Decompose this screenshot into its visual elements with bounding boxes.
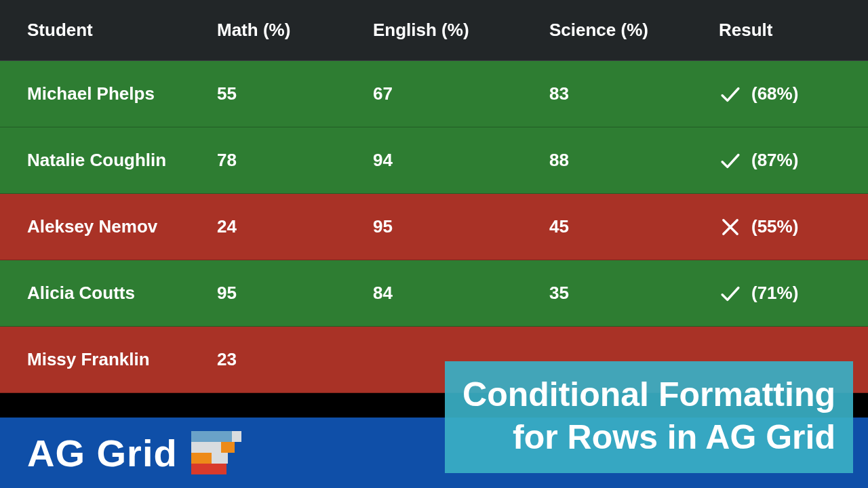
col-header-english[interactable]: English (%) — [366, 20, 542, 41]
brand-logo-icon — [191, 431, 241, 474]
check-icon — [719, 83, 742, 106]
title-line-2: for Rows in AG Grid — [462, 416, 835, 459]
cell-english: 94 — [366, 150, 542, 171]
cell-math: 24 — [210, 216, 366, 237]
brand-name: AG Grid — [27, 431, 178, 475]
result-percent: (87%) — [751, 150, 798, 171]
cell-math: 78 — [210, 150, 366, 171]
cell-student: Missy Franklin — [0, 349, 210, 370]
col-header-science[interactable]: Science (%) — [542, 20, 712, 41]
cell-result: (87%) — [712, 149, 868, 172]
cell-science: 83 — [542, 83, 712, 104]
table-row[interactable]: Aleksey Nemov 24 95 45 (55%) — [0, 194, 868, 260]
cross-icon — [719, 216, 742, 239]
cell-science: 45 — [542, 216, 712, 237]
title-line-1: Conditional Formatting — [462, 373, 835, 416]
title-card: Conditional Formatting for Rows in AG Gr… — [445, 361, 853, 473]
cell-student: Natalie Coughlin — [0, 150, 210, 171]
cell-english: 84 — [366, 283, 542, 304]
cell-result: (68%) — [712, 83, 868, 106]
table-row[interactable]: Alicia Coutts 95 84 35 (71%) — [0, 260, 868, 327]
cell-science: 35 — [542, 283, 712, 304]
col-header-math[interactable]: Math (%) — [210, 20, 366, 41]
check-icon — [719, 149, 742, 172]
col-header-student[interactable]: Student — [0, 20, 210, 41]
cell-result: (71%) — [712, 282, 868, 305]
result-percent: (68%) — [751, 83, 798, 104]
table-header-row: Student Math (%) English (%) Science (%)… — [0, 0, 868, 61]
result-percent: (55%) — [751, 216, 798, 237]
table-row[interactable]: Natalie Coughlin 78 94 88 (87%) — [0, 127, 868, 194]
cell-student: Michael Phelps — [0, 83, 210, 104]
cell-result: (55%) — [712, 216, 868, 239]
cell-student: Alicia Coutts — [0, 283, 210, 304]
cell-student: Aleksey Nemov — [0, 216, 210, 237]
brand: AG Grid — [27, 431, 241, 475]
table-row[interactable]: Michael Phelps 55 67 83 (68%) — [0, 61, 868, 127]
result-percent: (71%) — [751, 283, 798, 304]
cell-english: 67 — [366, 83, 542, 104]
cell-math: 95 — [210, 283, 366, 304]
cell-math: 55 — [210, 83, 366, 104]
col-header-result[interactable]: Result — [712, 20, 868, 41]
data-grid: Student Math (%) English (%) Science (%)… — [0, 0, 868, 393]
cell-science: 88 — [542, 150, 712, 171]
cell-english: 95 — [366, 216, 542, 237]
cell-math: 23 — [210, 349, 366, 370]
check-icon — [719, 282, 742, 305]
